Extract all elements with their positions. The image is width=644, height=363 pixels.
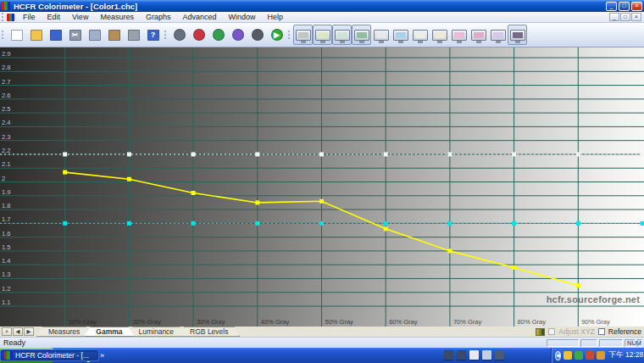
svg-text:70% Gray: 70% Gray [453,318,482,326]
restore-button[interactable]: □ [619,2,630,11]
svg-text:1.8: 1.8 [2,202,10,209]
monitor-icon [432,30,447,41]
menu-item[interactable]: View [66,12,94,23]
menu-item[interactable]: Window [222,12,261,23]
svg-text:2.4: 2.4 [2,119,10,126]
tray-chevron-icon[interactable]: ◀ [555,351,561,360]
view-tab[interactable]: RGB Levels [178,327,240,337]
minimize-button[interactable]: _ [606,2,617,11]
view-tab[interactable]: Luminance [127,327,186,337]
ime-dictionary-icon[interactable] [469,350,479,360]
tab-close-button[interactable]: × [2,327,12,336]
tab-nav-buttons: ×◀▶ [2,327,34,336]
svg-text:1.9: 1.9 [2,188,10,196]
menu-item[interactable]: File [17,12,42,23]
menu-items: FileEditViewMeasuresGraphsAdvancedWindow… [17,12,609,22]
task-button[interactable]: HCFR Colorimeter - [... [0,349,99,361]
monitor-icon [491,30,506,41]
svg-text:1.3: 1.3 [2,271,10,278]
view-free-measures-icon[interactable] [293,25,313,45]
gamma-chart: 2.92.82.72.62.52.42.32.22.121.91.81.71.6… [0,47,644,327]
view-rgb-levels-icon[interactable] [352,25,371,45]
close-button[interactable]: × [631,2,642,11]
menu-item[interactable]: Advanced [176,12,222,23]
tray-icon-2[interactable] [575,351,583,360]
tab-scroll-right-button[interactable]: ▶ [24,327,34,336]
child-minimize-button[interactable]: _ [609,13,619,21]
toolbar-grip [164,31,168,39]
menu-item[interactable]: Edit [42,12,67,23]
child-restore-button[interactable]: □ [620,13,630,21]
quick-launch-overflow[interactable]: » [100,351,104,360]
view-tab[interactable]: Gamma [84,327,134,337]
tab-scroll-left-button[interactable]: ◀ [13,327,23,336]
help-icon[interactable]: ? [143,25,163,45]
child-close-button[interactable]: × [631,13,641,21]
menu-bar: FileEditViewMeasuresGraphsAdvancedWindow… [0,12,644,23]
toolbar-standard-group: ✂? [7,23,163,47]
ime-icon-1[interactable] [444,350,453,360]
cut-icon[interactable]: ✂ [65,25,85,45]
svg-text:1.7: 1.7 [2,215,10,223]
status-pane [599,339,623,347]
view-cie-diagram-icon[interactable] [391,25,410,45]
view-tab[interactable]: Measures [36,327,92,337]
keyboard-icon[interactable] [482,350,491,360]
menu-item[interactable]: Measures [94,12,140,23]
print-icon[interactable] [124,25,143,45]
paste-icon[interactable] [104,25,124,45]
view-saturation-icon[interactable] [488,25,508,45]
svg-text:1.6: 1.6 [2,230,10,237]
view-contrast-icon[interactable] [430,25,449,45]
run-measures-icon[interactable]: ▶ [267,25,286,45]
view-luminance-icon[interactable] [371,25,391,45]
svg-text:90% Gray: 90% Gray [581,318,610,326]
tray-icon-1[interactable] [564,351,572,360]
primaries-measure-icon[interactable] [189,25,208,45]
window-title: HCFR Colorimeter - [Color1.chc] [14,2,606,11]
view-nearblack-icon[interactable] [449,25,469,45]
grayscale-measure-icon[interactable] [228,25,247,45]
monitor-icon [335,30,350,41]
document-icon [7,14,14,21]
capture-icon[interactable] [247,25,267,45]
svg-text:2.9: 2.9 [2,50,10,58]
view-measures-grid-icon[interactable] [508,25,527,45]
svg-text:30% Gray: 30% Gray [197,318,225,326]
view-grayscale-icon[interactable] [313,25,332,45]
title-bar: HCFR Colorimeter - [Color1.chc] _ □ × [0,0,644,12]
reference-checkbox[interactable] [598,328,605,335]
status-pane [580,339,597,347]
svg-text:40% Gray: 40% Gray [261,318,290,326]
toolbar: ✂? ▶ [0,23,644,47]
tray-icon-3[interactable] [586,351,594,360]
open-folder-icon[interactable] [26,25,46,45]
view-colortemp-icon[interactable] [410,25,430,45]
toolbar-measure-group: ▶ [169,23,286,47]
new-file-icon[interactable] [7,25,26,45]
svg-text:2.1: 2.1 [2,160,10,168]
status-panes: NUM [547,339,642,347]
watermark: hcfr.sourceforge.net [547,294,640,304]
copy-icon[interactable] [85,25,104,45]
colorimeter-icon [536,328,545,336]
secondaries-measure-icon[interactable] [208,25,228,45]
menu-item[interactable]: Graphs [140,12,177,23]
ime-icon-2[interactable] [457,350,466,360]
tray-icons [564,351,605,360]
status-pane [547,339,579,347]
view-gamma-icon[interactable] [332,25,352,45]
monitor-icon [296,30,311,41]
app-icon [2,2,10,10]
menu-item[interactable]: Help [261,12,289,23]
ime-settings-icon[interactable] [495,350,504,360]
view-nearwhite-icon[interactable] [469,25,488,45]
tray-icon-4[interactable] [597,351,605,360]
save-icon[interactable] [46,25,65,45]
monitor-icon [452,30,467,41]
view-tab-bar: ×◀▶ MeasuresGammaLuminanceRGB Levels Adj… [0,327,644,338]
sensor-config-icon[interactable] [169,25,189,45]
monitor-icon [315,30,330,41]
reference-label: Reference [608,327,641,336]
toolbar-grip [288,31,291,39]
